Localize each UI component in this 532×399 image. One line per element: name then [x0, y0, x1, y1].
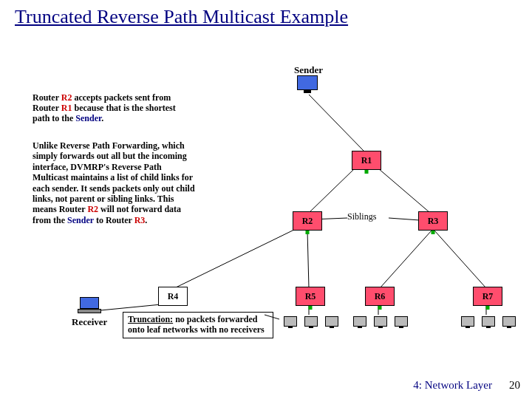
sender-computer-icon	[297, 75, 318, 93]
sender-label: Sender	[294, 64, 323, 76]
svg-line-4	[389, 218, 420, 220]
svg-line-8	[434, 231, 486, 288]
explanation-paragraph-1: Router R2 accepts packets sent from Rout…	[33, 93, 188, 123]
leaf-hosts-r5	[284, 316, 338, 327]
leaf-hosts-r6	[353, 316, 408, 327]
svg-line-5	[174, 229, 296, 288]
truncation-callout: Truncation: no packets forwarded onto le…	[123, 312, 273, 338]
receiver-label: Receiver	[72, 316, 107, 328]
slide-title: Truncated Reverse Path Multicast Example	[15, 6, 348, 28]
svg-line-0	[309, 95, 364, 151]
router-r1: R1	[352, 151, 381, 170]
receiver-laptop-icon	[80, 297, 101, 313]
leaf-hosts-r7	[461, 316, 516, 327]
siblings-label: Siblings	[347, 211, 376, 222]
svg-line-1	[309, 168, 355, 213]
slide-number: 20	[509, 379, 520, 392]
router-r6: R6	[365, 287, 395, 306]
svg-line-2	[378, 168, 430, 213]
router-r7: R7	[473, 287, 502, 306]
router-r5: R5	[296, 287, 325, 306]
explanation-paragraph-2: Unlike Reverse Path Forwarding, which si…	[33, 140, 199, 225]
svg-line-7	[380, 231, 432, 288]
router-r2: R2	[293, 211, 322, 231]
footer-section: 4: Network Layer	[413, 379, 492, 392]
router-r4: R4	[158, 287, 188, 306]
svg-line-9	[100, 304, 161, 310]
svg-line-6	[307, 231, 309, 288]
router-r3: R3	[418, 211, 448, 231]
